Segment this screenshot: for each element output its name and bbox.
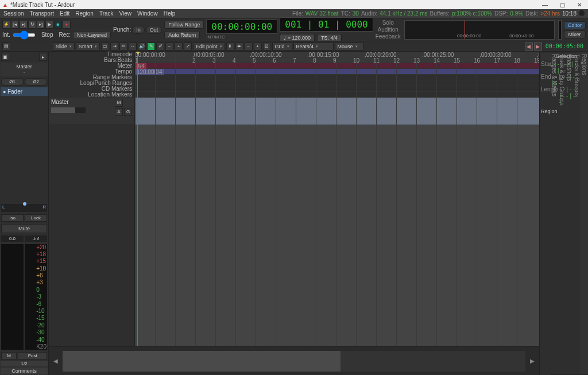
goto-start-button[interactable]: |◂ [11,21,19,29]
record-button[interactable]: ● [63,21,71,29]
strip-input-icon[interactable]: ▸ [39,53,47,61]
comments-button[interactable]: Comments [1,368,48,374]
zoom-sel-icon[interactable]: ⊡ [263,42,271,51]
stretch-tool-icon[interactable]: ↔ [129,42,137,51]
strip-hide-icon[interactable]: ▣ [1,53,9,61]
menu-edit[interactable]: Edit [60,10,69,17]
auto-return-button[interactable]: Auto Return [164,31,200,39]
close-button[interactable]: ✕ [571,2,588,8]
smart-mode-button[interactable]: Smart [76,42,100,51]
cut-tool-icon[interactable]: ✂ [119,42,127,51]
tab-ranges-marks[interactable]: Ranges & Marks [551,52,558,375]
processor-fader[interactable]: ● Fader [1,87,48,96]
zoom-in2-icon[interactable]: + [254,42,262,51]
rec-mode-dropdown[interactable]: Non-Layered [73,31,111,39]
fader-track[interactable] [1,244,24,350]
audition-tool-icon[interactable]: 🔊 [138,42,146,51]
tab-snapshots[interactable]: Snapshots [566,52,573,375]
zoom-out2-icon[interactable]: − [245,42,253,51]
play-button[interactable]: ▶ [45,21,53,29]
summary-left-button[interactable]: ◀ [51,358,60,364]
edit-point-dropdown[interactable]: Edit point [193,42,225,51]
log-indicator-icon[interactable] [579,10,585,16]
location-ruler[interactable] [135,92,539,98]
zoom-out-icon[interactable]: − [165,42,173,51]
tab-track-bus-groups[interactable]: Track & Bus Groups [558,52,566,375]
draw-tool-icon[interactable]: ✎ [147,42,155,51]
track-shrink-icon[interactable]: ⬍ [226,42,234,51]
menu-track[interactable]: Track [99,10,114,17]
maximize-button[interactable]: ▢ [554,2,571,8]
mini-timeline[interactable]: 00:00:00:00 00:00:40:00 [404,20,555,40]
menu-transport[interactable]: Transport [30,10,54,17]
meter-point-button[interactable]: Post [18,352,47,359]
menu-view[interactable]: View [119,10,132,17]
timecode-ruler[interactable]: 00:00:00:00,00:00:05:00,00:00:10:00,00:0… [135,52,539,57]
barsbeats-ruler[interactable]: 12345678910111213141516171819 [135,57,539,63]
edit-mode-dropdown[interactable]: Slide [53,42,75,51]
phase-2-button[interactable]: Ø2 [25,78,47,86]
shuttle-slider[interactable] [13,33,36,37]
feedback-indicator[interactable]: Feedback [376,33,401,40]
tempo-ruler[interactable]: 120.000/4 [135,69,539,75]
strip-input-label[interactable]: - [2,69,47,75]
output-routing[interactable]: 1/2 [1,361,48,366]
editor-view-button[interactable]: Editor [564,21,586,29]
range-tool-icon[interactable]: ⇥ [110,42,118,51]
nudge-fwd-button[interactable]: ▶ [534,42,542,51]
lock-button[interactable]: Lock [25,214,47,222]
menu-session[interactable]: Session [3,10,24,17]
mixer-view-button[interactable]: Mixer [564,30,586,38]
ruler-label-location[interactable]: Location Markers [49,92,132,98]
tab-regions[interactable]: Regions [581,52,588,375]
follow-range-button[interactable]: Follow Range [164,21,204,29]
nudge-clock[interactable]: 00:00:05:00 [543,43,586,49]
master-track-lane[interactable] [135,98,539,125]
punch-in-button[interactable]: In [132,26,145,34]
loop-ruler[interactable] [135,80,539,86]
audition-indicator[interactable]: Audition [378,26,399,33]
midi-panic-button[interactable]: ⚡ [2,21,10,29]
summary-bar[interactable] [63,351,525,372]
snap-to-dropdown[interactable]: Beats/4 [293,42,334,51]
master-track-header[interactable]: Master M A G [49,98,134,125]
track-vis-menu-icon[interactable]: ▤ [2,42,10,51]
secondary-clock[interactable]: 001 | 01 | 0000 [280,17,373,32]
playhead[interactable] [137,52,138,346]
master-track-name[interactable]: Master [51,99,86,105]
summary-right-button[interactable]: ▶ [528,358,537,364]
peak-display[interactable]: -inf [25,235,47,242]
object-tool-icon[interactable]: ▭ [101,42,109,51]
edit-tool-icon[interactable]: ✐ [156,42,164,51]
zoom-fit-icon[interactable]: ⤢ [184,42,192,51]
menu-help[interactable]: Help [164,10,176,17]
phase-1-button[interactable]: Ø1 [1,78,24,86]
master-group-button[interactable]: G [124,108,132,116]
mute-button[interactable]: Mute [1,224,47,233]
tempo-button[interactable]: ♩ = 120.000 [280,34,315,42]
zoom-focus-dropdown[interactable]: Mouse [335,42,363,51]
goto-end-button[interactable]: ▸| [20,21,28,29]
stop-button[interactable]: ■ [54,21,62,29]
tab-tracks-busses[interactable]: Tracks & Busses [573,52,581,375]
track-expand-icon[interactable]: ⬌ [235,42,243,51]
meter-ruler[interactable]: 4/4 [135,63,539,69]
range-ruler[interactable] [135,75,539,80]
master-gain-slider[interactable] [51,107,86,113]
minimize-button[interactable]: — [536,2,554,8]
editor-canvas[interactable]: 00:00:00:00,00:00:05:00,00:00:10:00,00:0… [135,52,539,346]
meter-m-button[interactable]: M [1,352,17,359]
pan-slider[interactable]: LR [1,204,47,212]
punch-out-button[interactable]: Out [146,26,163,34]
menu-region[interactable]: Region [75,10,94,17]
menu-window[interactable]: Window [137,10,158,17]
zoom-in-icon[interactable]: + [175,42,183,51]
primary-clock[interactable]: 00:00:00:00 [206,20,277,34]
master-auto-button[interactable]: A [115,108,123,116]
gain-display[interactable]: 0.0 [1,235,24,242]
iso-button[interactable]: Iso [1,214,24,222]
master-mute-button[interactable]: M [115,99,123,107]
nudge-back-button[interactable]: ◀ [525,42,533,51]
play-range-button[interactable]: ▸] [37,21,45,29]
strip-name[interactable]: Master [2,64,47,69]
